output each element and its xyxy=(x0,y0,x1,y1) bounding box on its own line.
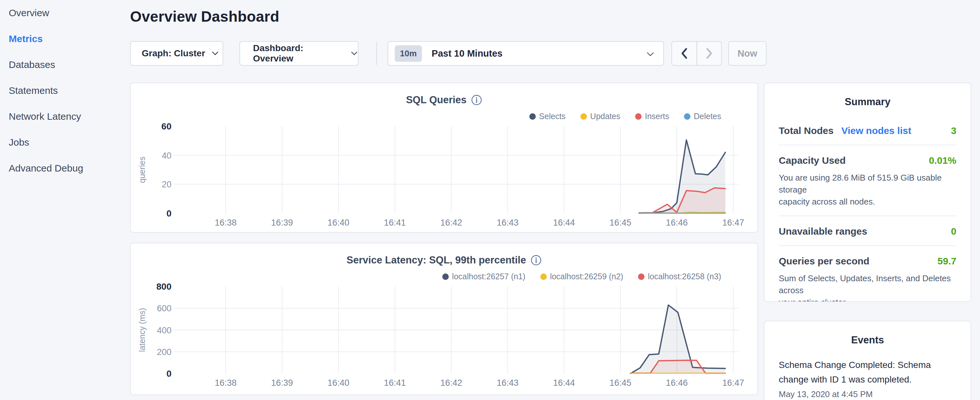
chevron-down-icon xyxy=(212,51,219,56)
summary-title: Summary xyxy=(779,83,956,108)
chart-series xyxy=(639,140,725,213)
x-tick-label: 16:40 xyxy=(328,378,349,388)
x-tick-label: 16:38 xyxy=(215,378,237,388)
y-axis-unit-label: queries xyxy=(137,157,146,183)
chevron-left-icon xyxy=(681,48,688,59)
capacity-used-description: You are using 28.6 MiB of 515.9 GiB usab… xyxy=(779,172,956,215)
sidebar-item-databases[interactable]: Databases xyxy=(0,52,123,78)
x-tick-label: 16:47 xyxy=(722,218,744,228)
x-tick-label: 16:46 xyxy=(666,218,688,228)
capacity-used-label: Capacity Used xyxy=(779,155,846,166)
page-title: Overview Dashboard xyxy=(130,8,279,25)
y-tick-label: 40 xyxy=(162,151,172,161)
step-back-button[interactable] xyxy=(672,42,697,65)
event-list-item[interactable]: Schema Change Completed: Schema change w… xyxy=(779,358,956,399)
y-tick-label: 400 xyxy=(157,325,172,335)
queries-per-second-value: 59.7 xyxy=(938,256,956,267)
queries-per-second-label: Queries per second xyxy=(779,256,869,267)
event-message: Schema Change Completed: Schema change w… xyxy=(779,358,956,387)
events-panel: Events Schema Change Completed: Schema c… xyxy=(764,321,971,400)
page: Overview Metrics Databases Statements Ne… xyxy=(0,0,980,400)
sidebar: Overview Metrics Databases Statements Ne… xyxy=(0,0,123,400)
y-tick-label: 20 xyxy=(162,180,172,189)
sidebar-item-metrics[interactable]: Metrics xyxy=(0,26,123,52)
x-tick-label: 16:43 xyxy=(496,378,519,388)
x-tick-label: 16:39 xyxy=(271,218,293,228)
step-forward-button[interactable] xyxy=(697,42,721,65)
service-latency-chart-canvas[interactable]: 16:3816:3916:4016:4116:4216:4316:4416:45… xyxy=(131,243,759,396)
x-tick-label: 16:45 xyxy=(609,378,632,388)
y-tick-label: 600 xyxy=(157,304,172,313)
y-tick-label: 200 xyxy=(157,347,172,357)
chevron-down-icon xyxy=(646,52,654,57)
x-tick-label: 16:38 xyxy=(215,218,237,228)
events-title: Events xyxy=(779,321,956,346)
x-tick-label: 16:41 xyxy=(384,378,406,388)
sidebar-item-overview[interactable]: Overview xyxy=(0,0,123,26)
x-tick-label: 16:45 xyxy=(609,218,632,228)
sql-queries-chart-canvas[interactable]: 16:3816:3916:4016:4116:4216:4316:4416:45… xyxy=(131,83,759,233)
now-button-label: Now xyxy=(737,48,757,59)
unavailable-ranges-label: Unavailable ranges xyxy=(779,226,867,237)
x-tick-label: 16:40 xyxy=(328,218,349,228)
summary-section-total-nodes: Total Nodes View nodes list 3 xyxy=(779,116,956,145)
y-tick-label: 800 xyxy=(156,282,172,292)
summary-section-qps: Queries per second 59.7 Sum of Selects, … xyxy=(779,246,956,302)
sidebar-item-statements[interactable]: Statements xyxy=(0,78,123,104)
queries-per-second-description: Sum of Selects, Updates, Inserts, and De… xyxy=(779,273,956,302)
total-nodes-value: 3 xyxy=(951,125,956,136)
y-axis-unit-label: latency (ms) xyxy=(137,308,146,352)
x-tick-label: 16:43 xyxy=(496,218,519,228)
service-latency-chart-card: Service Latency: SQL, 99th percentile lo… xyxy=(130,243,758,395)
sidebar-item-network-latency[interactable]: Network Latency xyxy=(0,104,123,129)
now-button[interactable]: Now xyxy=(728,41,767,66)
time-range-dropdown[interactable]: 10m Past 10 Minutes xyxy=(388,41,664,66)
graph-scope-dropdown[interactable]: Graph: Cluster xyxy=(130,41,223,66)
chart-gridlines xyxy=(174,126,739,213)
controls-divider xyxy=(376,42,377,65)
summary-section-unavailable-ranges: Unavailable ranges 0 xyxy=(779,216,956,246)
y-tick-label: 0 xyxy=(166,369,172,379)
unavailable-ranges-value: 0 xyxy=(951,226,956,237)
chevron-right-icon xyxy=(706,48,713,59)
x-tick-label: 16:47 xyxy=(722,378,744,388)
sql-queries-chart-card: SQL Queries SelectsUpdatesInsertsDeletes… xyxy=(130,83,758,233)
dashboard-dropdown[interactable]: Dashboard: Overview xyxy=(239,41,358,66)
capacity-used-value: 0.01% xyxy=(929,155,956,166)
x-tick-label: 16:41 xyxy=(384,218,406,228)
chart-series xyxy=(631,305,725,374)
x-tick-label: 16:39 xyxy=(271,378,293,388)
sidebar-item-jobs[interactable]: Jobs xyxy=(0,129,123,155)
event-timestamp: May 13, 2020 at 4:45 PM xyxy=(779,389,956,399)
y-tick-label: 60 xyxy=(161,121,172,131)
chevron-down-icon xyxy=(351,51,358,56)
time-range-badge: 10m xyxy=(395,45,422,62)
graph-scope-label: Graph: Cluster xyxy=(142,48,205,59)
total-nodes-label: Total Nodes xyxy=(779,125,834,136)
summary-panel: Summary Total Nodes View nodes list 3 Ca… xyxy=(764,83,971,302)
x-tick-label: 16:44 xyxy=(553,378,575,388)
x-tick-label: 16:46 xyxy=(666,378,688,388)
view-nodes-list-link[interactable]: View nodes list xyxy=(841,125,911,136)
x-tick-label: 16:42 xyxy=(440,378,462,388)
sidebar-item-advanced-debug[interactable]: Advanced Debug xyxy=(0,155,123,181)
summary-section-capacity: Capacity Used 0.01% You are using 28.6 M… xyxy=(779,145,956,216)
x-tick-label: 16:44 xyxy=(553,218,575,228)
time-step-buttons xyxy=(671,41,722,66)
dashboard-label: Dashboard: Overview xyxy=(253,43,344,64)
time-range-label: Past 10 Minutes xyxy=(431,48,503,59)
y-tick-label: 0 xyxy=(166,209,172,218)
x-tick-label: 16:42 xyxy=(440,218,462,228)
